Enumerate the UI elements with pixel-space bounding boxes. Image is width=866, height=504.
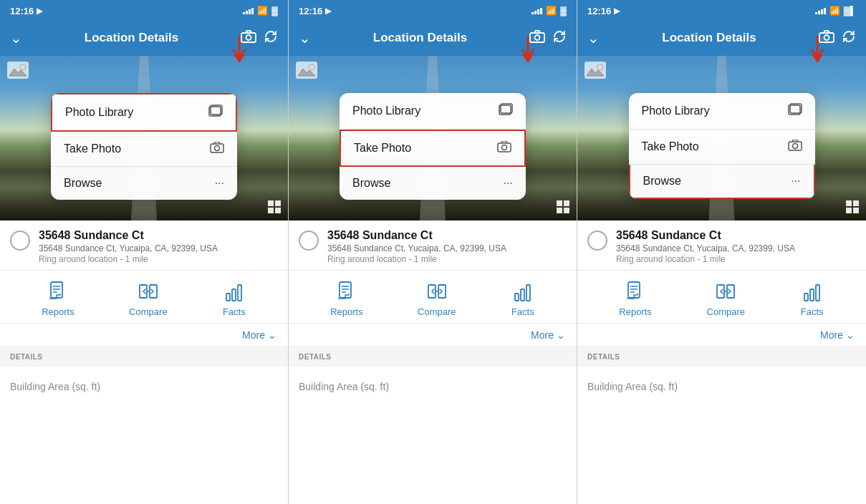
signal-icon-2 (531, 8, 542, 14)
more-label-2: More (531, 329, 554, 341)
photo-library-icon-1 (208, 105, 223, 120)
browse-label-1: Browse (64, 177, 102, 190)
compare-button-2[interactable]: Compare (418, 279, 456, 317)
status-time-area: 12:16 ▶ (10, 6, 42, 16)
dropdown-browse-1[interactable]: Browse ··· (51, 167, 237, 200)
wifi-icon-2: 📶 (546, 6, 557, 16)
location-info-2: 35648 Sundance Ct 35648 Sundance Ct, Yuc… (289, 220, 577, 271)
dropdown-take-photo-1[interactable]: Take Photo (51, 132, 237, 167)
radio-button-2[interactable] (299, 231, 319, 251)
phone-panel-2: 12:16 ▶ 📶 ▓ ⌄ Location Details (289, 0, 577, 504)
grid-icon-2 (557, 200, 569, 213)
svg-rect-54 (804, 294, 808, 301)
dropdown-take-photo-2[interactable]: Take Photo (340, 130, 526, 167)
location-ring-3: Ring around location - 1 mile (616, 254, 856, 264)
location-ring-1: Ring around location - 1 mile (39, 254, 278, 264)
facts-button-3[interactable]: Facts (800, 279, 824, 317)
more-label-3: More (820, 329, 843, 341)
browse-label-3: Browse (643, 175, 681, 188)
facts-button-1[interactable]: Facts (222, 279, 246, 317)
mountain-icon-3 (584, 62, 606, 82)
dropdown-browse-2[interactable]: Browse ··· (340, 167, 526, 200)
status-bar-1: 12:16 ▶ 📶 ▓ (0, 0, 288, 20)
reports-icon-1 (46, 279, 70, 304)
header-title-3: Location Details (662, 31, 756, 45)
dropdown-browse-3[interactable]: Browse ··· (629, 165, 815, 199)
refresh-header-icon-3[interactable] (842, 29, 856, 47)
browse-icon-3: ··· (791, 175, 800, 188)
signal-bar-1 (243, 12, 245, 14)
svg-point-4 (20, 64, 26, 70)
signal-bar-3 (249, 9, 251, 14)
signal-bar-2-3 (537, 9, 539, 14)
photo-library-icon-2 (499, 103, 513, 119)
more-button-1[interactable]: More ⌄ (242, 329, 276, 341)
refresh-header-icon[interactable] (264, 29, 278, 47)
dropdown-photo-library-2[interactable]: Photo Library (340, 93, 526, 130)
phone-panel-1: 12:16 ▶ 📶 ▓ ⌄ Location Details (0, 0, 289, 504)
header-title-1: Location Details (85, 31, 178, 45)
details-section-3: DETAILS (577, 347, 866, 367)
signal-bar-2-4 (540, 8, 542, 14)
grid-sq-1 (268, 200, 274, 206)
grid-sq-2-1 (557, 200, 562, 206)
location-ring-2: Ring around location - 1 mile (327, 254, 567, 264)
grid-sq-3-4 (853, 208, 859, 213)
dropdown-photo-library-1[interactable]: Photo Library (51, 93, 237, 132)
browse-icon-2: ··· (504, 177, 513, 190)
facts-icon-1 (222, 279, 246, 304)
battery-icon-3: ▓▌ (844, 6, 856, 16)
reports-button-2[interactable]: Reports (330, 279, 363, 317)
facts-button-2[interactable]: Facts (511, 279, 535, 317)
compare-button-3[interactable]: Compare (707, 279, 745, 317)
signal-icon-3 (815, 8, 826, 14)
svg-rect-37 (526, 285, 530, 301)
grid-sq-3-1 (846, 200, 852, 206)
grid-sq-2-3 (557, 208, 562, 213)
status-icons: 📶 ▓ (243, 6, 278, 16)
signal-bar-2 (246, 11, 248, 14)
location-text-3: 35648 Sundance Ct 35648 Sundance Ct, Yuc… (616, 229, 856, 264)
facts-label-1: Facts (223, 306, 246, 317)
svg-rect-35 (515, 294, 519, 301)
photo-library-label-2: Photo Library (352, 105, 420, 117)
chevron-down-icon-3[interactable]: ⌄ (587, 29, 600, 47)
refresh-header-icon-2[interactable] (552, 29, 567, 47)
reports-button-3[interactable]: Reports (619, 279, 652, 317)
reports-label-2: Reports (330, 306, 363, 317)
dropdown-photo-library-3[interactable]: Photo Library (629, 93, 815, 130)
location-info-3: 35648 Sundance Ct 35648 Sundance Ct, Yuc… (577, 220, 866, 271)
building-area-field-1: Building Area (sq. ft) (10, 374, 278, 399)
more-row-3: More ⌄ (577, 324, 866, 347)
location-text-1: 35648 Sundance Ct 35648 Sundance Ct, Yuc… (39, 229, 278, 264)
more-button-3[interactable]: More ⌄ (820, 329, 855, 341)
dropdown-menu-3: Photo Library Take Photo (629, 93, 815, 199)
svg-point-8 (215, 146, 220, 151)
location-icon-2: ▶ (325, 6, 331, 16)
location-icon-3: ▶ (614, 6, 620, 16)
grid-sq-3 (268, 208, 274, 213)
chevron-down-icon-2[interactable]: ⌄ (299, 29, 311, 47)
details-fields-1: Building Area (sq. ft) (0, 367, 288, 407)
radio-button-3[interactable] (587, 231, 607, 251)
grid-icon-3 (846, 200, 859, 213)
details-section-2: DETAILS (289, 347, 577, 367)
radio-button-1[interactable] (10, 231, 30, 251)
location-name-1: 35648 Sundance Ct (39, 229, 278, 242)
signal-icon (243, 8, 254, 14)
compare-icon-2 (425, 279, 449, 304)
reports-icon-3 (623, 279, 648, 304)
dropdown-take-photo-3[interactable]: Take Photo (629, 130, 815, 165)
action-buttons-1: Reports Compare Facts (0, 271, 288, 324)
more-button-2[interactable]: More ⌄ (531, 329, 565, 341)
svg-point-23 (309, 64, 314, 70)
red-arrow-1 (228, 36, 251, 66)
chevron-down-icon[interactable]: ⌄ (10, 29, 22, 47)
reports-button-1[interactable]: Reports (42, 279, 74, 317)
compare-button-1[interactable]: Compare (129, 279, 167, 317)
mountain-icon (7, 62, 29, 82)
building-area-field-3: Building Area (sq. ft) (587, 374, 856, 399)
take-photo-label-2: Take Photo (354, 142, 411, 155)
details-fields-3: Building Area (sq. ft) (577, 367, 866, 407)
battery-icon-2: ▓ (560, 6, 567, 16)
